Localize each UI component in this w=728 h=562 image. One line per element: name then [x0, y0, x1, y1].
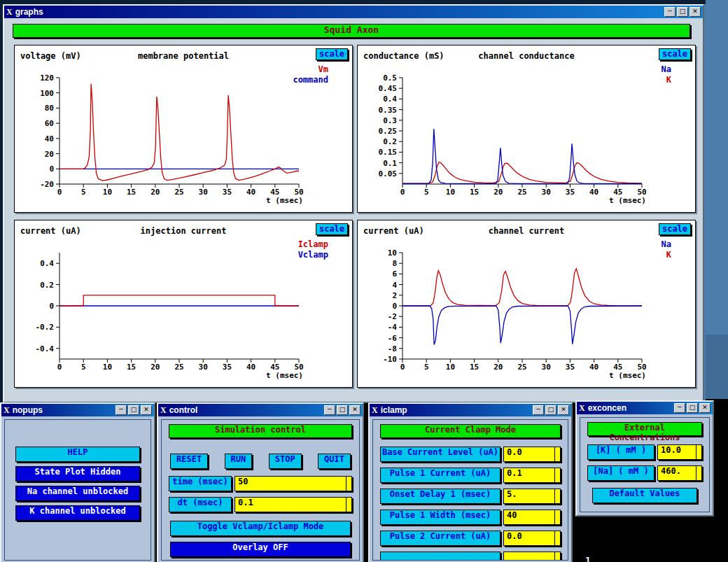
svg-text:8: 8	[392, 259, 397, 268]
svg-text:0.3: 0.3	[383, 116, 397, 125]
svg-text:25: 25	[517, 188, 526, 197]
window-graphs: X graphs ─ □ ✕ Squid Axon -2002040608010…	[3, 4, 704, 403]
overlay-button[interactable]: Overlay OFF	[170, 542, 351, 557]
close-button[interactable]: ✕	[349, 405, 360, 415]
default-values-button[interactable]: Default Values	[592, 488, 697, 503]
y-axis-label: current (uA)	[363, 226, 424, 236]
maximize-button[interactable]: □	[677, 7, 688, 17]
close-button[interactable]: ✕	[699, 403, 710, 413]
chart-title: membrane potential	[99, 51, 268, 61]
svg-text:20: 20	[150, 363, 160, 372]
svg-text:-0.4: -0.4	[36, 344, 55, 353]
base-current-label-button[interactable]: Base Current Level (uA)	[380, 447, 500, 462]
time-label-button[interactable]: time (msec)	[169, 476, 232, 491]
minimize-button[interactable]: ─	[533, 405, 544, 415]
iclamp-content: Current Clamp Mode Base Current Level (u…	[372, 419, 568, 561]
svg-text:0: 0	[49, 302, 54, 311]
window-title: control	[169, 405, 323, 415]
k-concentration-row: [K] ( mM ) 10.0	[587, 444, 702, 460]
svg-text:30: 30	[542, 188, 551, 197]
svg-text:0: 0	[57, 363, 62, 372]
pulse1-width-input[interactable]: 40	[503, 510, 561, 525]
svg-text:-0.2: -0.2	[36, 323, 55, 332]
close-button[interactable]: ✕	[558, 405, 569, 415]
maximize-button[interactable]: □	[337, 405, 348, 415]
scale-button[interactable]: scale	[659, 48, 691, 60]
k-channel-button[interactable]: K channel unblocked	[15, 505, 140, 521]
partial-label-button[interactable]	[380, 552, 500, 561]
legend: Vm command	[293, 64, 328, 85]
svg-text:-2: -2	[388, 312, 397, 321]
svg-text:0.15: 0.15	[379, 148, 398, 157]
chart-channel-conductance: 0.050.10.150.20.250.30.350.40.450.505101…	[358, 45, 695, 212]
svg-text:20: 20	[493, 363, 503, 372]
pulse1-width-row: Pulse 1 Width (msec) 40	[380, 510, 561, 525]
svg-text:35: 35	[223, 363, 232, 372]
na-concentration-row: [Na] ( mM ) 460.	[587, 465, 702, 481]
exconcen-titlebar[interactable]: X exconcen ─ □ ✕	[577, 402, 713, 414]
minimize-button[interactable]: ─	[324, 405, 335, 415]
terminal-line: 1	[585, 552, 662, 562]
close-button[interactable]: ✕	[690, 7, 701, 17]
iclamp-titlebar[interactable]: X iclamp ─ □ ✕	[370, 404, 571, 416]
reset-button[interactable]: RESET	[170, 454, 208, 469]
svg-text:15: 15	[127, 188, 136, 197]
pulse1-current-input[interactable]: 0.1	[503, 468, 561, 483]
svg-text:40: 40	[246, 188, 255, 197]
minimize-button[interactable]: ─	[115, 405, 127, 415]
onset-delay1-input[interactable]: 5.	[503, 489, 561, 504]
pulse2-current-label-button[interactable]: Pulse 2 Current (uA)	[380, 531, 500, 546]
k-concentration-input[interactable]: 10.0	[657, 444, 702, 460]
dt-input[interactable]: 0.1	[234, 497, 352, 512]
maximize-button[interactable]: □	[545, 405, 556, 415]
time-input[interactable]: 50	[234, 476, 352, 491]
quit-button[interactable]: QUIT	[318, 454, 351, 469]
minimize-button[interactable]: ─	[664, 7, 676, 17]
dt-label-button[interactable]: dt (msec)	[169, 497, 232, 512]
chart-title: channel conductance	[442, 51, 611, 61]
svg-text:25: 25	[517, 363, 526, 372]
onset-delay1-label-button[interactable]: Onset Delay 1 (msec)	[380, 489, 500, 504]
legend: Na K	[662, 64, 671, 85]
toggle-clamp-mode-button[interactable]: Toggle Vclamp/Iclamp Mode	[170, 521, 351, 536]
svg-text:10: 10	[103, 188, 112, 197]
stop-button[interactable]: STOP	[269, 454, 302, 469]
partial-input[interactable]	[503, 552, 561, 561]
run-button[interactable]: RUN	[225, 454, 253, 469]
svg-text:35: 35	[566, 188, 575, 197]
state-plot-button[interactable]: State Plot Hidden	[15, 466, 140, 482]
k-concentration-label-button[interactable]: [K] ( mM )	[587, 444, 654, 460]
pulse1-current-label-button[interactable]: Pulse 1 Current (uA)	[380, 468, 500, 483]
onset-delay1-row: Onset Delay 1 (msec) 5.	[380, 489, 561, 504]
legend-entry: Vclamp	[298, 250, 328, 260]
base-current-input[interactable]: 0.0	[503, 447, 561, 462]
maximize-button[interactable]: □	[687, 403, 698, 413]
legend-entry: K	[662, 250, 671, 260]
maximize-button[interactable]: □	[128, 405, 139, 415]
scale-button[interactable]: scale	[659, 223, 691, 235]
scale-button[interactable]: scale	[316, 223, 348, 235]
na-concentration-input[interactable]: 460.	[657, 465, 702, 481]
svg-text:10: 10	[388, 248, 397, 258]
window-exconcen: X exconcen ─ □ ✕ External Concentrations…	[575, 400, 714, 517]
na-concentration-label-button[interactable]: [Na] ( mM )	[587, 465, 654, 481]
svg-text:0: 0	[57, 188, 62, 197]
svg-text:0: 0	[400, 363, 405, 372]
window-controls: ─ □ ✕	[673, 403, 710, 413]
control-titlebar[interactable]: X control ─ □ ✕	[158, 404, 363, 416]
nopups-titlebar[interactable]: X nopups ─ □ ✕	[1, 404, 154, 416]
pulse1-width-label-button[interactable]: Pulse 1 Width (msec)	[380, 510, 500, 525]
svg-text:0: 0	[49, 164, 54, 174]
scale-button[interactable]: scale	[316, 48, 348, 60]
svg-text:0.4: 0.4	[383, 94, 397, 104]
pulse2-current-input[interactable]: 0.0	[503, 531, 561, 546]
graphs-titlebar[interactable]: X graphs ─ □ ✕	[4, 6, 703, 18]
legend-entry: Na	[662, 64, 671, 75]
help-button[interactable]: HELP	[15, 447, 140, 462]
close-button[interactable]: ✕	[141, 405, 152, 415]
minimize-button[interactable]: ─	[674, 403, 685, 413]
window-title: nopups	[13, 405, 114, 415]
na-channel-button[interactable]: Na channel unblocked	[15, 486, 140, 501]
legend-entry: K	[662, 75, 671, 85]
dt-row: dt (msec) 0.1	[169, 497, 352, 512]
